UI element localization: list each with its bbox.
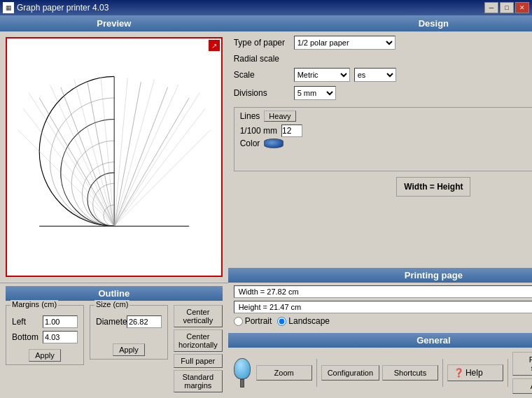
- margins-label: Margins (cm): [10, 300, 58, 308]
- window-controls: ─ □ ✕: [484, 2, 529, 13]
- svg-line-12: [101, 78, 114, 226]
- svg-line-4: [114, 83, 141, 227]
- portrait-option[interactable]: Portrait: [234, 316, 272, 326]
- svg-line-1: [60, 87, 113, 227]
- scale-row: Scale Metric es: [234, 68, 532, 82]
- svg-line-6: [114, 98, 189, 226]
- window-title: Graph paper printer 4.03: [17, 3, 108, 13]
- scale-label: Scale: [234, 70, 290, 80]
- minimize-button[interactable]: ─: [484, 2, 498, 13]
- help-icon: ❓: [454, 368, 464, 378]
- right-panel: Design Type of paper 1/2 polar paper Rad…: [228, 15, 532, 398]
- heavy-button[interactable]: Heavy: [264, 111, 295, 122]
- scale-select[interactable]: Metric: [294, 68, 350, 82]
- svg-line-18: [114, 130, 211, 227]
- svg-line-7: [18, 130, 114, 227]
- general-header: General: [228, 333, 532, 348]
- svg-line-16: [114, 93, 200, 227]
- radial-scale-row: Radial scale: [234, 54, 532, 64]
- svg-line-14: [114, 80, 154, 227]
- portrait-label: Portrait: [245, 316, 272, 326]
- wh-label: Width = Height: [404, 182, 463, 192]
- apply-margins-button[interactable]: Apply: [29, 349, 61, 362]
- lines-group: Lines Heavy 1/100 mm Color Ke Change: [234, 107, 532, 171]
- svg-line-13: [114, 78, 127, 226]
- design-header: Design: [228, 15, 532, 31]
- separator-2: [442, 359, 443, 387]
- size-group: Size (cm) Diameter Apply: [90, 305, 168, 360]
- svg-line-9: [29, 93, 114, 227]
- app-icon: ▦: [3, 2, 14, 13]
- maximize-button[interactable]: □: [500, 2, 514, 13]
- svg-line-0: [39, 98, 114, 226]
- landscape-radio[interactable]: [277, 317, 286, 326]
- preview-header: Preview: [0, 15, 228, 31]
- printing-left: Width = 27.82 cm Height = 21.47 cm Portr…: [234, 285, 532, 330]
- title-bar: ▦ Graph paper printer 4.03 ─ □ ✕: [0, 0, 532, 15]
- zoom-icon-group: [234, 358, 251, 388]
- full-paper-button[interactable]: Full paper: [174, 354, 223, 368]
- preview-area: ↗: [0, 31, 228, 283]
- configuration-button[interactable]: Configuration: [321, 365, 379, 381]
- svg-line-10: [50, 85, 114, 226]
- units-select[interactable]: es: [354, 68, 396, 82]
- type-of-paper-label: Type of paper: [234, 38, 290, 48]
- about-button[interactable]: About: [512, 378, 532, 394]
- separator-3: [507, 359, 508, 387]
- zoom-stem: [240, 379, 244, 388]
- bottom-margin-label: Bottom: [12, 332, 40, 342]
- printer-setup-button[interactable]: Printer setup: [512, 352, 532, 376]
- svg-line-8: [23, 109, 114, 227]
- height-display: Height = 21.47 cm: [234, 301, 532, 313]
- lines-label: Lines: [240, 111, 260, 121]
- unit-num-input[interactable]: [281, 125, 302, 137]
- standard-margins-button[interactable]: Standard margins: [174, 370, 223, 392]
- left-panel: Preview ↗: [0, 15, 228, 398]
- unit-value-label: 1/100 mm: [240, 126, 277, 136]
- divisions-row: Divisions 5 mm: [234, 86, 532, 100]
- type-of-paper-row: Type of paper 1/2 polar paper: [234, 36, 532, 50]
- radial-scale-label: Radial scale: [234, 54, 290, 64]
- orientation-row: Portrait Landscape: [234, 316, 532, 326]
- shortcuts-button[interactable]: Shortcuts: [382, 365, 438, 381]
- printing-header: Printing page: [228, 268, 532, 283]
- width-display: Width = 27.82 cm: [234, 285, 532, 298]
- left-margin-label: Left: [12, 317, 40, 327]
- polar-preview-svg: [13, 44, 216, 269]
- apply-size-button[interactable]: Apply: [113, 343, 145, 356]
- portrait-radio[interactable]: [234, 317, 243, 326]
- svg-line-5: [114, 87, 167, 227]
- preview-canvas: ↗: [6, 37, 223, 277]
- bottom-margin-input[interactable]: [43, 331, 78, 343]
- wh-block: Width = Height: [396, 177, 470, 197]
- left-margin-input[interactable]: [43, 315, 78, 328]
- zoom-button[interactable]: Zoom: [256, 365, 312, 381]
- svg-line-2: [88, 83, 114, 227]
- diameter-input[interactable]: [127, 315, 162, 328]
- size-label: Size (cm): [94, 300, 130, 308]
- outline-header: Outline: [6, 286, 223, 301]
- svg-line-15: [114, 85, 178, 226]
- margins-group: Margins (cm) Left Bottom Apply: [6, 305, 84, 365]
- expand-button[interactable]: ↗: [209, 40, 220, 51]
- svg-line-17: [114, 109, 205, 227]
- type-of-paper-select[interactable]: 1/2 polar paper: [294, 36, 396, 50]
- help-button[interactable]: ❓ Help: [447, 364, 503, 381]
- landscape-option[interactable]: Landscape: [277, 316, 330, 326]
- zoom-bulb: [234, 358, 251, 379]
- color-swatch[interactable]: [264, 138, 284, 148]
- divisions-select[interactable]: 5 mm: [294, 86, 336, 100]
- separator-1: [316, 359, 317, 387]
- color-label: Color: [240, 138, 260, 148]
- divisions-label: Divisions: [234, 88, 290, 98]
- center-buttons-group: Center vertically Center horizontally Fu…: [174, 305, 223, 392]
- landscape-label: Landscape: [288, 316, 330, 326]
- center-vertically-button[interactable]: Center vertically: [174, 305, 223, 327]
- close-button[interactable]: ✕: [515, 2, 529, 13]
- center-horizontally-button[interactable]: Center horizontally: [174, 329, 223, 352]
- printing-section: Printing page Width = 27.82 cm Height = …: [228, 268, 532, 333]
- outline-section: Outline Margins (cm) Left Bottom Apply: [0, 283, 228, 398]
- general-section: General Zoom Configuration Shortcuts ❓ H…: [228, 333, 532, 398]
- diameter-label: Diameter: [96, 317, 124, 327]
